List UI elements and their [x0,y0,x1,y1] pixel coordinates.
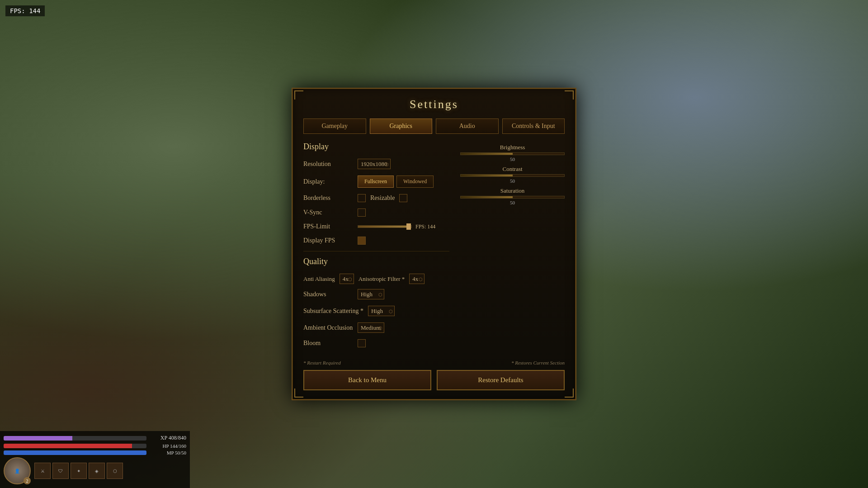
ambient-dropdown-wrapper: Medium High Low Off [358,322,384,333]
anisotropic-dropdown[interactable]: 4x 2x 8x 16x [409,274,425,284]
antialiasing-label: Anti Aliasing [303,275,335,283]
contrast-value: 50 [460,178,565,184]
bloom-label: Bloom [303,340,353,347]
resizable-label: Resizable [370,194,395,202]
resolution-row: Resolution 1920x1080 2560x1440 1280x720 [303,159,449,169]
fpslimit-label: FPS-Limit [303,223,353,230]
ambient-row: Ambient Occlusion Medium High Low Off [303,322,449,333]
corner-tl [294,90,303,99]
displayfps-row: Display FPS [303,237,449,245]
corner-tr [565,90,574,99]
borderless-row: Borderless Resizable [303,194,449,202]
corner-br [565,389,574,398]
saturation-fill [461,196,512,198]
saturation-value: 50 [460,200,565,205]
back-to-menu-button[interactable]: Back to Menu [303,370,431,390]
divider [303,251,449,251]
borderless-label: Borderless [303,194,353,202]
visual-sliders: Brightness 50 Contrast 50 [460,144,565,205]
fps-slider-value: FPS: 144 [415,223,438,230]
fpslimit-row: FPS-Limit FPS: 144 [303,223,449,230]
saturation-item: Saturation 50 [460,187,565,205]
display-section-header: Display [303,142,449,153]
contrast-label: Contrast [460,166,565,173]
displayfps-checkbox[interactable] [358,237,366,245]
brightness-label: Brightness [460,144,565,151]
fps-slider-container: FPS: 144 [358,223,438,230]
brightness-item: Brightness 50 [460,144,565,162]
resolution-label: Resolution [303,161,353,168]
contrast-fill [461,175,512,176]
tab-graphics[interactable]: Graphics [370,118,433,134]
shadows-row: Shadows High Medium Low Off [303,289,449,299]
saturation-label: Saturation [460,187,565,194]
subsurface-dropdown[interactable]: High Medium Low Off [368,306,395,316]
brightness-track[interactable] [460,152,565,155]
fps-slider-fill [358,226,409,227]
restart-note: * Restart Required [303,360,341,365]
modal-overlay: Settings Gameplay Graphics Audio Control… [0,0,868,488]
settings-footer: * Restart Required * Restores Current Se… [303,360,565,390]
shadows-dropdown-wrapper: High Medium Low Off [358,289,384,299]
display-mode-row: Display: Fullscreen Windowed [303,175,449,188]
resolution-dropdown-wrapper: 1920x1080 2560x1440 1280x720 [358,159,391,169]
resolution-dropdown[interactable]: 1920x1080 2560x1440 1280x720 [358,159,391,169]
displayfps-label: Display FPS [303,237,353,244]
shadows-label: Shadows [303,291,353,298]
tab-audio[interactable]: Audio [436,118,499,134]
subsurface-dropdown-wrapper: High Medium Low Off [368,306,395,316]
antialiasing-dropdown-wrapper: 4x 2x Off 8x [340,274,354,284]
vsync-row: V-Sync [303,208,449,217]
subsurface-row: Subsurface Scattering * High Medium Low … [303,306,449,316]
windowed-button[interactable]: Windowed [396,175,434,188]
tab-controls[interactable]: Controls & Input [502,118,565,134]
settings-right: Brightness 50 Contrast 50 [460,142,565,354]
vsync-checkbox[interactable] [358,208,366,217]
vsync-label: V-Sync [303,209,353,216]
footer-notes: * Restart Required * Restores Current Se… [303,360,565,365]
settings-panel: Settings Gameplay Graphics Audio Control… [292,88,576,400]
shadows-dropdown[interactable]: High Medium Low Off [358,289,384,299]
tab-gameplay[interactable]: Gameplay [303,118,366,134]
bloom-checkbox[interactable] [358,339,366,347]
brightness-fill [461,153,512,155]
subsurface-label: Subsurface Scattering * [303,308,363,315]
ambient-dropdown[interactable]: Medium High Low Off [358,322,384,333]
fps-slider-thumb[interactable] [406,223,411,230]
restore-note: * Restores Current Section [511,360,565,365]
restore-defaults-button[interactable]: Restore Defaults [437,370,565,390]
tab-bar: Gameplay Graphics Audio Controls & Input [303,118,565,134]
quality-section-header: Quality [303,257,449,268]
display-mode-label: Display: [303,178,353,185]
ambient-label: Ambient Occlusion [303,324,353,332]
settings-title: Settings [303,98,565,111]
saturation-track[interactable] [460,196,565,199]
settings-content: Display Resolution 1920x1080 2560x1440 1… [303,142,565,354]
fullscreen-button[interactable]: Fullscreen [358,175,394,188]
fps-slider-track[interactable] [358,225,412,228]
corner-bl [294,389,303,398]
display-mode-buttons: Fullscreen Windowed [358,175,434,188]
resizable-checkbox[interactable] [399,194,407,202]
antialiasing-dropdown[interactable]: 4x 2x Off 8x [340,274,354,284]
footer-buttons: Back to Menu Restore Defaults [303,370,565,390]
contrast-item: Contrast 50 [460,166,565,184]
bloom-row: Bloom [303,339,449,347]
antialiasing-row: Anti Aliasing 4x 2x Off 8x Anisotropic F… [303,274,449,284]
settings-left: Display Resolution 1920x1080 2560x1440 1… [303,142,449,354]
brightness-value: 50 [460,156,565,162]
anisotropic-dropdown-wrapper: 4x 2x 8x 16x [409,274,425,284]
borderless-checkbox[interactable] [358,194,366,202]
contrast-track[interactable] [460,174,565,177]
anisotropic-label: Anisotropic Filter * [359,275,405,283]
